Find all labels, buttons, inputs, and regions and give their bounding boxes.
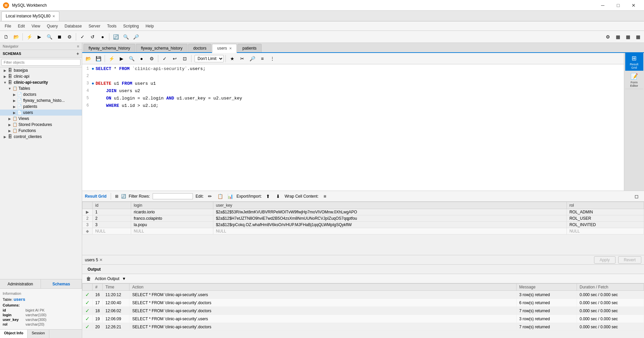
schema-basejpa[interactable]: ▶ 🗄 basejpa xyxy=(0,67,82,73)
expand-arrow-open[interactable]: ▼ xyxy=(3,81,7,84)
auto-commit-button[interactable]: ● xyxy=(98,32,107,42)
doctors-arrow[interactable]: ▶ xyxy=(12,93,17,96)
users-tab-close[interactable]: ✕ xyxy=(99,258,103,262)
col-header-rol[interactable]: rol xyxy=(567,202,644,209)
tab-users-close[interactable]: ✕ xyxy=(229,47,232,50)
table-users[interactable]: ▶ 📄 users xyxy=(0,110,82,116)
edit-icon[interactable]: ✏ xyxy=(206,193,214,200)
open-query-button[interactable]: 📂 xyxy=(11,32,21,42)
filter-input[interactable] xyxy=(1,59,80,66)
bookmark-button[interactable]: ★ xyxy=(227,54,237,63)
edit2-icon[interactable]: 📋 xyxy=(216,193,224,200)
nav-collapse-icon[interactable]: ≡ xyxy=(77,44,79,48)
layout-button-2[interactable]: ▦ xyxy=(623,32,633,42)
patients-arrow[interactable]: ▶ xyxy=(12,105,17,109)
col-header-login[interactable]: login xyxy=(131,202,213,209)
output-clear-button[interactable]: 🗑 xyxy=(85,275,92,282)
clear-button[interactable]: ✂ xyxy=(237,54,247,63)
result-grid-button[interactable]: ⊞ ResultGrid xyxy=(625,53,643,71)
session-tab[interactable]: Session xyxy=(28,330,49,338)
cell-rol[interactable]: ROL_ADMIN xyxy=(567,209,644,215)
cell-login[interactable]: ricardo.iorio xyxy=(131,209,213,215)
expand-arrow[interactable]: ▶ xyxy=(3,75,7,78)
sp-arrow[interactable]: ▶ xyxy=(7,123,12,127)
cell-rol[interactable]: ROL_INVITED xyxy=(567,222,644,228)
toggle-button[interactable]: ⚙ xyxy=(65,32,74,42)
expand-arrow[interactable]: ▶ xyxy=(3,69,7,72)
layout-button-1[interactable]: ▦ xyxy=(613,32,623,42)
run-button[interactable]: ⚡ xyxy=(24,32,34,42)
col-header-id[interactable]: id xyxy=(93,202,131,209)
form-editor-button[interactable]: 📝 FormEditor xyxy=(625,71,643,89)
search-button[interactable]: 🔍 xyxy=(121,32,130,42)
explain-button[interactable]: 🔍 xyxy=(45,32,54,42)
minimize-button[interactable]: ─ xyxy=(595,0,610,11)
execute-sel-button[interactable]: ▶ xyxy=(117,54,126,63)
refresh-button[interactable]: 🔄 xyxy=(111,32,120,42)
menu-database[interactable]: Database xyxy=(61,22,85,30)
cell-rol[interactable]: ROL_USER xyxy=(567,215,644,222)
menu-view[interactable]: View xyxy=(28,22,44,30)
tab-doctors[interactable]: doctors xyxy=(188,44,211,52)
col-header-user-key[interactable]: user_key xyxy=(213,202,567,209)
new-query-button[interactable]: 🗋 xyxy=(1,32,11,42)
menu-scripting[interactable]: Scripting xyxy=(120,22,142,30)
cell-login[interactable]: franco.colapinto xyxy=(131,215,213,222)
folder-stored-procedures[interactable]: ▶ 📋 Stored Procedures xyxy=(0,122,82,128)
folder-tables[interactable]: ▼ 📋 Tables xyxy=(0,85,82,91)
object-info-tab[interactable]: Object Info xyxy=(0,330,28,338)
fn-arrow[interactable]: ▶ xyxy=(7,129,12,133)
tab-patients[interactable]: patients xyxy=(237,44,262,52)
cell-id[interactable]: 1 xyxy=(93,209,131,215)
commit-exec-button[interactable]: ✓ xyxy=(160,54,169,63)
folder-views[interactable]: ▶ 📋 Views xyxy=(0,116,82,122)
open-file-button[interactable]: 📂 xyxy=(84,54,93,63)
execute-button[interactable]: ⚡ xyxy=(107,54,116,63)
apply-button[interactable]: Apply xyxy=(594,256,615,264)
table-patients[interactable]: ▶ 📄 patients xyxy=(0,104,82,110)
schema-control-clientes[interactable]: ▶ 🗄 control_clientes xyxy=(0,134,82,140)
maximize-button[interactable]: □ xyxy=(610,0,626,11)
users-result-tab[interactable]: users 5 ✕ xyxy=(85,258,103,262)
import-icon[interactable]: ⬇ xyxy=(274,193,282,200)
menu-help[interactable]: Help xyxy=(142,22,157,30)
zoom-button[interactable]: 🔎 xyxy=(248,54,257,63)
inspector-button[interactable]: 🔎 xyxy=(131,32,141,42)
tables-arrow[interactable]: ▼ xyxy=(7,87,12,90)
menu-edit[interactable]: Edit xyxy=(14,22,28,30)
folder-functions[interactable]: ▶ 📋 Functions xyxy=(0,128,82,134)
menu-server[interactable]: Server xyxy=(85,22,104,30)
stop-button[interactable]: ⏹ xyxy=(55,32,64,42)
collapse-button[interactable]: ◻ xyxy=(632,192,641,201)
cell-id-null[interactable]: NULL xyxy=(93,228,131,234)
cell-user-key[interactable]: $2a$12$H7etJZTN8O9hviE7wd2B5O4zsXm8NmUUN… xyxy=(213,215,567,222)
schemas-add-icon[interactable]: + xyxy=(76,51,79,56)
table-flyway[interactable]: ▶ 📄 flyway_schema_histo... xyxy=(0,97,82,104)
cell-rol-null[interactable]: NULL xyxy=(567,228,644,234)
menu-tools[interactable]: Tools xyxy=(104,22,120,30)
close-button[interactable]: ✕ xyxy=(626,0,641,11)
edit3-icon[interactable]: 📊 xyxy=(226,193,234,200)
action-output-dropdown-icon[interactable]: ▼ xyxy=(122,276,126,281)
toggle-exec-button[interactable]: ⚙ xyxy=(147,54,156,63)
limit-dropdown[interactable]: Don't Limit 10 rows 100 rows xyxy=(195,55,224,62)
administration-tab[interactable]: Administration xyxy=(0,279,41,288)
cc-arrow[interactable]: ▶ xyxy=(3,135,7,139)
schema-clinic-api[interactable]: ▶ 🗄 clinic-api xyxy=(0,73,82,79)
commit-button[interactable]: ✓ xyxy=(78,32,87,42)
more-button[interactable]: ⋮ xyxy=(268,54,277,63)
instance-tab[interactable]: Local instance MySQL80 ✕ xyxy=(1,11,59,21)
filter-rows-input[interactable] xyxy=(153,193,193,199)
cell-login[interactable]: la.popu xyxy=(131,222,213,228)
views-arrow[interactable]: ▶ xyxy=(7,117,12,121)
cell-login-null[interactable]: NULL xyxy=(131,228,213,234)
explain-sel-button[interactable]: 🔍 xyxy=(127,54,136,63)
wrap-icon[interactable]: ≡ xyxy=(321,193,329,200)
format-button[interactable]: ≡ xyxy=(258,54,267,63)
export-icon[interactable]: ⬆ xyxy=(264,193,272,200)
users-arrow[interactable]: ▶ xyxy=(12,111,17,115)
rollback-button[interactable]: ↺ xyxy=(88,32,97,42)
menu-query[interactable]: Query xyxy=(44,22,61,30)
schemas-tab[interactable]: Schemas xyxy=(41,279,82,288)
refresh-icon[interactable]: 🔄 xyxy=(121,194,126,199)
